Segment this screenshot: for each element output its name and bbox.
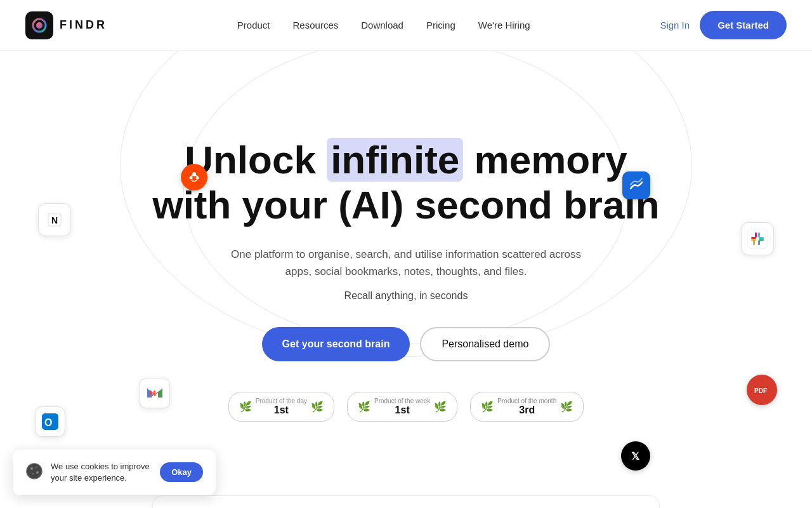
svg-point-27 [36,466,37,468]
award-day: 🌿 Product of the day 1st 🌿 [228,392,334,422]
nav-hiring[interactable]: We're Hiring [478,20,530,30]
nav-resources[interactable]: Resources [293,20,339,30]
gmail-icon: M [140,378,170,408]
slack-icon [741,222,774,255]
cookie-ok-button[interactable]: Okay [160,462,203,482]
sign-in-button[interactable]: Sign In [660,20,690,30]
navbar: FINDR Product Resources Download Pricing… [0,0,812,51]
award-month: 🌿 Product of the month 3rd 🌿 [470,392,584,422]
nav-links: Product Resources Download Pricing We're… [237,20,530,30]
svg-point-8 [196,177,199,180]
confluence-icon [622,171,650,199]
notion-icon: N [38,203,71,236]
personalised-demo-button[interactable]: Personalised demo [420,327,550,361]
award-month-rank: 3rd [519,404,535,416]
cookie-icon [25,462,43,483]
get-second-brain-button[interactable]: Get your second brain [262,327,410,361]
svg-text:𝕏: 𝕏 [631,451,639,462]
cookie-text: We use cookies to improve your site expe… [51,461,152,484]
reddit-icon [181,164,207,190]
svg-rect-20 [758,232,760,237]
logo[interactable]: FINDR [25,11,107,39]
hero-title-line2: with your (AI) second brain [152,183,659,227]
awards-row: 🌿 Product of the day 1st 🌿 🌿 Product of … [228,392,584,422]
laurel-right-day: 🌿 [311,401,324,413]
hero-title: Unlock infinite memory with your (AI) se… [152,137,659,228]
award-day-rank: 1st [274,404,289,416]
award-month-label: Product of the month [497,398,556,404]
svg-text:PDF: PDF [754,387,767,394]
svg-text:M: M [149,389,156,398]
svg-point-1 [36,22,43,29]
laurel-right-week: 🌿 [434,401,447,413]
twitter-x-icon: 𝕏 [621,441,650,471]
bottom-section-wrapper: What's on your mind? [0,495,812,508]
cookie-banner: We use cookies to improve your site expe… [13,450,216,495]
logo-icon [25,11,53,39]
hero-subtitle: One platform to organise, search, and ut… [222,246,590,280]
svg-rect-12 [747,229,768,249]
svg-point-28 [36,471,39,474]
bottom-section: What's on your mind? [152,495,660,508]
hero-title-highlight: infinite [327,138,463,182]
award-week-rank: 1st [395,404,410,416]
svg-text:O: O [44,417,52,428]
svg-rect-14 [755,232,757,237]
hero-buttons: Get your second brain Personalised demo [262,327,551,361]
award-week: 🌿 Product of the week 1st 🌿 [347,392,457,422]
svg-point-25 [27,464,42,479]
hero-title-part3: memory [463,138,627,182]
svg-point-29 [32,472,34,474]
svg-rect-16 [758,240,760,245]
nav-actions: Sign In Get Started [660,11,787,39]
hero-section: N O M [0,51,812,495]
svg-point-7 [190,177,193,180]
svg-point-26 [30,467,33,470]
laurel-right-month: 🌿 [560,401,573,413]
svg-text:N: N [51,215,58,225]
award-day-label: Product of the day [256,398,307,404]
laurel-left-week: 🌿 [358,401,370,413]
nav-product[interactable]: Product [237,20,270,30]
nav-pricing[interactable]: Pricing [426,20,455,30]
hero-tagline: Recall anything, in seconds [344,290,468,302]
get-started-button[interactable]: Get Started [700,11,787,39]
svg-point-6 [185,168,203,186]
laurel-left-month: 🌿 [481,401,494,413]
laurel-left-day: 🌿 [239,401,252,413]
outlook-icon: O [35,406,65,437]
svg-point-30 [30,472,31,473]
award-week-label: Product of the week [374,398,430,404]
nav-download[interactable]: Download [361,20,403,30]
logo-text: FINDR [60,18,107,32]
svg-rect-18 [753,240,755,245]
pdf-icon: PDF [747,375,777,405]
